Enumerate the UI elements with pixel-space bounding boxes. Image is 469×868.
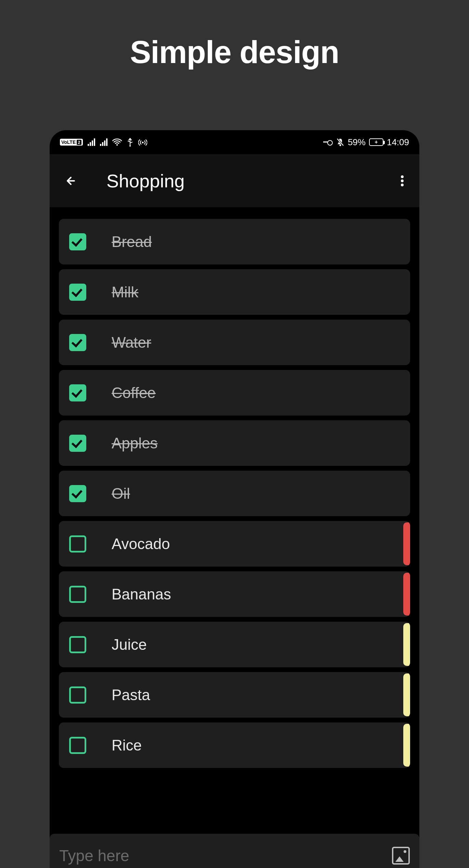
signal-icon (88, 138, 95, 146)
item-checkbox[interactable] (69, 384, 86, 401)
item-checkbox[interactable] (69, 284, 86, 301)
arrow-left-icon (64, 173, 79, 188)
svg-point-0 (116, 144, 117, 146)
list-item[interactable]: Bread (59, 219, 410, 264)
mute-icon (336, 138, 344, 147)
priority-accent (403, 522, 410, 565)
list-item[interactable]: Apples (59, 420, 410, 466)
battery-charging-icon: + (369, 138, 383, 146)
item-checkbox[interactable] (69, 636, 86, 653)
list-item[interactable]: Avocado (59, 521, 410, 567)
list-item[interactable]: Rice (59, 722, 410, 768)
item-checkbox[interactable] (69, 435, 86, 452)
item-checkbox[interactable] (69, 535, 86, 553)
wifi-icon (112, 138, 122, 146)
vpn-key-icon (323, 140, 333, 145)
list-item[interactable]: Pasta (59, 672, 410, 718)
item-label: Milk (112, 284, 138, 301)
item-label: Pasta (112, 686, 150, 704)
more-menu-button[interactable] (389, 167, 416, 195)
svg-point-3 (339, 145, 341, 146)
check-icon (72, 487, 83, 498)
priority-accent (403, 673, 410, 716)
list-item[interactable]: Juice (59, 622, 410, 667)
item-label: Juice (112, 636, 147, 653)
item-label: Apples (112, 435, 158, 452)
item-label: Rice (112, 737, 142, 754)
phone-frame: VoLTE 2 (50, 130, 419, 868)
battery-percent: 59% (348, 137, 366, 148)
item-checkbox[interactable] (69, 586, 86, 603)
volte-label: VoLTE (61, 139, 76, 145)
item-label: Avocado (112, 535, 170, 553)
item-label: Bananas (112, 586, 171, 603)
more-vert-icon (401, 174, 404, 188)
list-spacer (50, 777, 419, 826)
list-item[interactable]: Bananas (59, 571, 410, 617)
check-icon (72, 437, 83, 448)
priority-accent (403, 623, 410, 666)
volte-badge: VoLTE 2 (60, 139, 83, 146)
item-label: Oil (112, 485, 130, 502)
usb-icon (127, 138, 134, 147)
list-item[interactable]: Water (59, 320, 410, 365)
volte-sim-number: 2 (77, 140, 81, 145)
svg-point-2 (142, 142, 143, 144)
back-button[interactable] (58, 167, 85, 195)
promo-headline: Simple design (0, 0, 469, 70)
composer-bar (50, 834, 419, 868)
item-checkbox[interactable] (69, 334, 86, 351)
page-title: Shopping (85, 170, 389, 191)
item-checkbox[interactable] (69, 485, 86, 502)
check-icon (72, 386, 83, 398)
item-label: Bread (112, 233, 152, 250)
signal-icon-2 (100, 138, 107, 146)
priority-accent (403, 724, 410, 767)
hotspot-icon (138, 138, 147, 146)
check-icon (72, 286, 83, 297)
status-bar: VoLTE 2 (50, 130, 419, 154)
item-label: Water (112, 334, 151, 351)
item-checkbox[interactable] (69, 737, 86, 754)
status-left: VoLTE 2 (60, 138, 147, 147)
item-label: Coffee (112, 384, 156, 401)
svg-point-1 (129, 145, 131, 147)
new-item-input[interactable] (59, 846, 392, 865)
item-checkbox[interactable] (69, 233, 86, 250)
clock: 14:09 (387, 137, 409, 148)
list-item[interactable]: Milk (59, 269, 410, 315)
app-bar: Shopping (50, 154, 419, 207)
item-checkbox[interactable] (69, 686, 86, 704)
status-right: 59% + 14:09 (323, 137, 409, 148)
attach-image-button[interactable] (392, 847, 410, 865)
list-item[interactable]: Oil (59, 471, 410, 516)
list-item[interactable]: Coffee (59, 370, 410, 416)
task-list[interactable]: BreadMilkWaterCoffeeApplesOilAvocadoBana… (50, 207, 419, 777)
check-icon (72, 336, 83, 347)
priority-accent (403, 573, 410, 616)
check-icon (72, 235, 83, 247)
